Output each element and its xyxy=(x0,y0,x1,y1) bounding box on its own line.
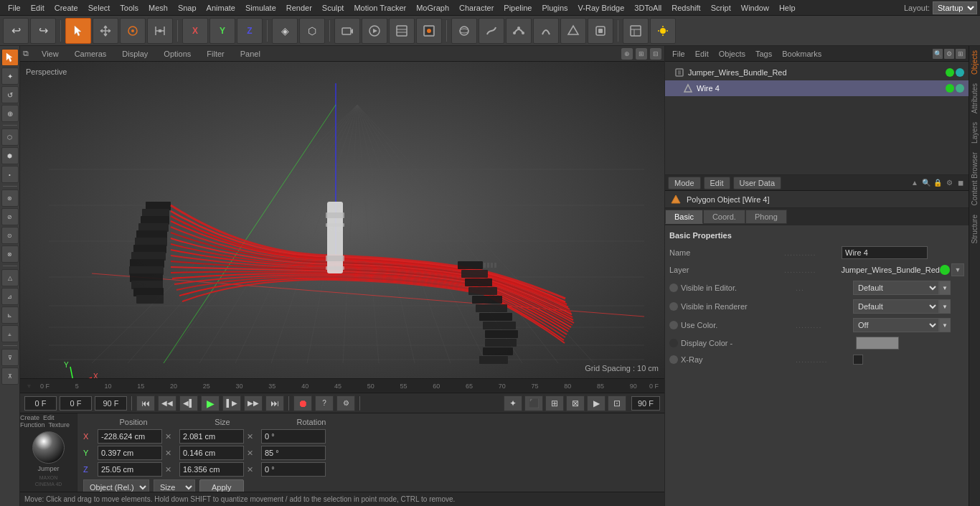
layer-browse-btn[interactable]: ▼ xyxy=(951,263,964,276)
obj-render-dot-root[interactable] xyxy=(956,68,964,77)
obj-row-wire4[interactable]: Wire 4 xyxy=(665,80,969,96)
max-frame-input[interactable] xyxy=(631,396,660,411)
rot-y-input[interactable] xyxy=(261,446,326,460)
timeline-settings-btn[interactable]: ⊠ xyxy=(566,395,585,411)
vis-editor-arrow[interactable]: ▼ xyxy=(939,281,951,295)
size-z-input[interactable] xyxy=(179,462,244,477)
menu-tools[interactable]: Tools xyxy=(115,2,143,14)
pos-y-input[interactable] xyxy=(98,446,162,460)
z-axis-btn[interactable]: Z xyxy=(237,18,263,44)
user-data-btn[interactable]: User Data xyxy=(733,177,782,189)
mat-function-tab[interactable]: Function xyxy=(20,421,45,428)
deformer-btn[interactable] xyxy=(533,18,559,44)
obj-search-icon[interactable]: 🔍 xyxy=(933,49,943,59)
left-tool-9[interactable]: ⊽ xyxy=(1,349,19,366)
layout-dropdown[interactable]: Startup xyxy=(933,1,977,14)
light-btn[interactable] xyxy=(650,18,676,44)
auto-key-btn[interactable]: ? xyxy=(315,395,334,411)
left-tool-edge[interactable]: ⬢ xyxy=(1,147,19,164)
vtab-options[interactable]: Options xyxy=(158,48,197,60)
next-frame-btn[interactable]: ▶▶ xyxy=(244,395,263,411)
use-color-radio[interactable] xyxy=(669,321,678,329)
vis-editor-dropdown[interactable]: DefaultOnOff xyxy=(853,281,939,295)
menu-mograph[interactable]: MoGraph xyxy=(411,2,454,14)
current-frame-input[interactable] xyxy=(24,396,57,411)
snap-mode-btn[interactable]: ✦ xyxy=(504,395,522,411)
viewport-icon-1[interactable]: ⊕ xyxy=(621,48,633,60)
menu-simulate[interactable]: Simulate xyxy=(240,2,281,14)
left-tool-select[interactable] xyxy=(1,49,19,66)
viewport-icon-3[interactable]: ⊟ xyxy=(650,48,661,60)
menu-3dtoall[interactable]: 3DToAll xyxy=(629,2,666,14)
attr-icon-2[interactable]: 🔍 xyxy=(921,178,931,188)
vert-tab-objects[interactable]: Objects xyxy=(969,46,980,79)
undo-button[interactable]: ↩ xyxy=(3,18,29,44)
vis-renderer-dropdown[interactable]: DefaultOnOff xyxy=(853,299,939,314)
tab-phong[interactable]: Phong xyxy=(745,210,787,224)
left-tool-5[interactable]: △ xyxy=(1,269,19,286)
mat-texture-tab[interactable]: Texture xyxy=(48,421,70,428)
tab-coord[interactable]: Coord. xyxy=(703,210,745,224)
nurbs-btn[interactable] xyxy=(506,18,532,44)
menu-script[interactable]: Script xyxy=(706,2,736,14)
prev-frame-btn[interactable]: ◀◀ xyxy=(158,395,176,411)
scene-btn[interactable] xyxy=(623,18,649,44)
material-preview-sphere[interactable] xyxy=(32,431,65,464)
goto-end-btn[interactable]: ⏭ xyxy=(265,395,284,411)
left-tool-8[interactable]: ⟁ xyxy=(1,325,19,342)
render-anim-btn[interactable]: ⊞ xyxy=(545,395,564,411)
left-tool-point[interactable]: • xyxy=(1,166,19,183)
obj-menu-tags[interactable]: Tags xyxy=(751,48,776,60)
xray-checkbox[interactable] xyxy=(853,355,863,365)
menu-window[interactable]: Window xyxy=(736,2,774,14)
redo-button[interactable]: ↪ xyxy=(30,18,56,44)
left-tool-rotate[interactable]: ↺ xyxy=(1,86,19,103)
field-btn[interactable] xyxy=(588,18,613,44)
vtab-cameras[interactable]: Cameras xyxy=(69,48,113,60)
xray-radio[interactable] xyxy=(669,355,678,364)
menu-sculpt[interactable]: Sculpt xyxy=(317,2,349,14)
move-tool[interactable] xyxy=(93,18,118,44)
lock-y2-icon[interactable]: ✕ xyxy=(247,449,258,458)
menu-file[interactable]: File xyxy=(3,2,26,14)
layer-anim-btn[interactable]: ⊡ xyxy=(608,395,626,411)
vtab-filter[interactable]: Filter xyxy=(201,48,230,60)
frame-step-btn[interactable]: ⬛ xyxy=(524,395,543,411)
pos-x-input[interactable] xyxy=(98,429,162,444)
vert-tab-attributes[interactable]: Attributes xyxy=(969,79,980,118)
obj-menu-file[interactable]: File xyxy=(668,48,689,60)
step-fwd-btn[interactable]: ▌▶ xyxy=(222,395,241,411)
mat-create-tab[interactable]: Create xyxy=(20,414,39,421)
polygon-btn[interactable]: ⬡ xyxy=(299,18,325,44)
lock-x2-icon[interactable]: ✕ xyxy=(247,432,258,441)
vis-renderer-radio[interactable] xyxy=(669,302,678,311)
menu-redshift[interactable]: Redshift xyxy=(666,2,705,14)
menu-animate[interactable]: Animate xyxy=(202,2,240,14)
lock-z2-icon[interactable]: ✕ xyxy=(247,465,258,474)
render-btn[interactable] xyxy=(362,18,387,44)
spline-btn[interactable] xyxy=(479,18,504,44)
left-tool-poly[interactable]: ⬡ xyxy=(1,128,19,146)
tab-basic[interactable]: Basic xyxy=(665,210,703,224)
pos-z-input[interactable] xyxy=(98,462,162,477)
menu-select[interactable]: Select xyxy=(83,2,116,14)
play-btn[interactable]: ▶ xyxy=(201,395,220,411)
vert-tab-structure[interactable]: Structure xyxy=(969,210,980,248)
menu-snap[interactable]: Snap xyxy=(173,2,202,14)
menu-create[interactable]: Create xyxy=(50,2,83,14)
left-tool-10[interactable]: ⊼ xyxy=(1,367,19,385)
obj-settings-icon[interactable]: ⚙ xyxy=(944,49,954,59)
vtab-view[interactable]: View xyxy=(36,48,65,60)
select-tool[interactable] xyxy=(65,18,91,44)
left-tool-4[interactable]: ⊗ xyxy=(1,245,19,263)
left-tool-scale[interactable]: ⊕ xyxy=(1,105,19,122)
step-back-btn[interactable]: ◀▌ xyxy=(179,395,198,411)
use-color-arrow[interactable]: ▼ xyxy=(939,318,951,332)
rotate-tool[interactable] xyxy=(120,18,146,44)
rot-x-input[interactable] xyxy=(261,429,326,444)
effector-btn[interactable] xyxy=(560,18,586,44)
vert-tab-layers[interactable]: Layers xyxy=(969,118,980,148)
obj-menu-objects[interactable]: Objects xyxy=(715,48,750,60)
menu-character[interactable]: Character xyxy=(454,2,499,14)
render-to-po[interactable] xyxy=(416,18,442,44)
